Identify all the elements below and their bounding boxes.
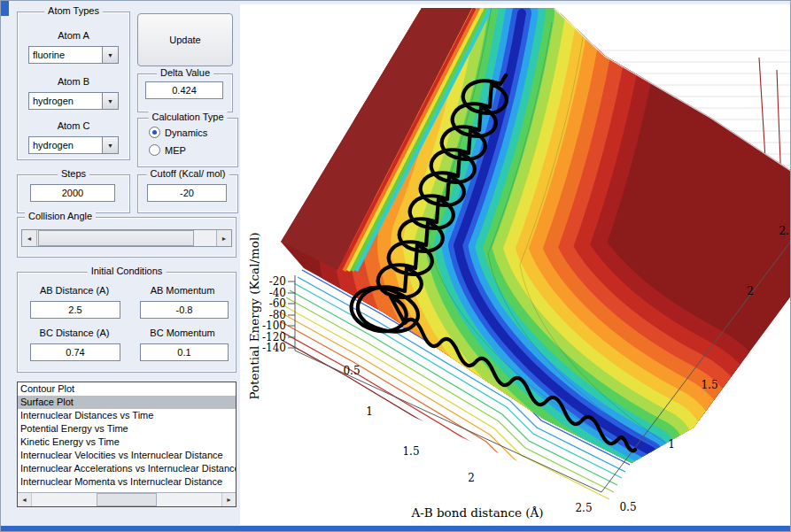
atom-a-value: fluorine xyxy=(29,50,102,60)
delta-value-input[interactable] xyxy=(145,81,223,99)
radio-selected-icon xyxy=(149,127,160,138)
app-window: Atom Types Atom A fluorine ▼ Atom B hydr… xyxy=(0,0,791,532)
x-tick: 2 xyxy=(468,472,475,484)
initial-conditions-title: Initial Conditions xyxy=(88,266,167,276)
ab-momentum-input[interactable] xyxy=(140,301,229,319)
scrollbar-right-arrow-icon[interactable]: ► xyxy=(221,493,236,506)
calculation-type-group: Calculation Type Dynamics MEP xyxy=(137,118,238,167)
atom-c-label: Atom C xyxy=(18,120,129,131)
chevron-down-icon[interactable]: ▼ xyxy=(102,93,118,109)
atom-types-group: Atom Types Atom A fluorine ▼ Atom B hydr… xyxy=(17,12,130,160)
atom-a-dropdown[interactable]: fluorine ▼ xyxy=(28,46,119,64)
x-tick: 1.5 xyxy=(402,445,419,458)
scrollbar-thumb[interactable] xyxy=(97,493,157,506)
scrollbar-track[interactable] xyxy=(32,493,221,506)
listbox-horizontal-scrollbar[interactable]: ◄ ► xyxy=(18,492,236,506)
y-tick: 0.5 xyxy=(619,501,636,513)
atom-b-label: Atom B xyxy=(18,76,129,87)
y-tick: 1 xyxy=(668,438,675,451)
slider-thumb[interactable] xyxy=(38,230,194,246)
calculation-type-title: Calculation Type xyxy=(148,112,227,122)
z-axis-label: Potential Energy (Kcal/mol) xyxy=(247,232,261,399)
initial-conditions-group: Initial Conditions AB Distance (A) AB Mo… xyxy=(17,272,237,373)
steps-group: Steps xyxy=(17,174,130,213)
y-tick: 2.5 xyxy=(779,225,791,237)
radio-dynamics-label: Dynamics xyxy=(165,127,207,138)
delta-value-group: Delta Value xyxy=(137,73,233,112)
atom-c-dropdown[interactable]: hydrogen ▼ xyxy=(28,136,119,154)
window-edge-accent-top xyxy=(1,1,9,16)
list-item[interactable]: Internuclear Accelerations vs Internucle… xyxy=(18,462,236,475)
pes-3d-plot xyxy=(240,4,791,525)
list-item-selected[interactable]: Surface Plot xyxy=(18,396,236,409)
slider-right-arrow-icon[interactable]: ► xyxy=(216,230,231,246)
slider-track[interactable] xyxy=(37,230,216,246)
list-item[interactable]: Potential Energy vs Time xyxy=(18,422,236,436)
plot-type-listbox[interactable]: Contour Plot Surface Plot Internuclear D… xyxy=(17,382,237,507)
list-item[interactable]: Internuclear Momenta vs Internuclear Dis… xyxy=(18,475,236,489)
plot-area[interactable]: -20 -40 -60 -80 -100 -120 -140 0.5 1 1.5… xyxy=(240,4,791,525)
scrollbar-left-arrow-icon[interactable]: ◄ xyxy=(18,493,32,506)
cutoff-input[interactable] xyxy=(147,184,227,202)
radio-dynamics[interactable]: Dynamics xyxy=(149,127,207,138)
radio-unselected-icon xyxy=(149,144,160,156)
ab-momentum-label: AB Momentum xyxy=(133,285,232,296)
ab-distance-input[interactable] xyxy=(30,301,120,319)
list-item[interactable]: Internuclear Velocities vs Internuclear … xyxy=(18,449,236,462)
x-tick: 1 xyxy=(366,405,373,418)
chevron-down-icon[interactable]: ▼ xyxy=(102,47,118,63)
collision-angle-title: Collision Angle xyxy=(25,211,96,221)
y-tick: 1.5 xyxy=(701,379,717,391)
slider-left-arrow-icon[interactable]: ◄ xyxy=(22,230,37,246)
steps-title: Steps xyxy=(58,168,89,179)
atom-b-value: hydrogen xyxy=(29,96,102,106)
x-tick: 2.5 xyxy=(575,502,592,514)
y-tick: 2 xyxy=(747,285,754,297)
window-edge-accent-bottom xyxy=(1,526,790,532)
collision-angle-slider[interactable]: ◄ ► xyxy=(21,229,232,247)
list-item[interactable]: Kinetic Energy vs Time xyxy=(18,436,236,449)
ab-distance-label: AB Distance (A) xyxy=(19,285,129,296)
bc-distance-input[interactable] xyxy=(30,343,120,361)
atom-types-title: Atom Types xyxy=(44,5,103,16)
atom-c-value: hydrogen xyxy=(29,140,102,150)
chevron-down-icon[interactable]: ▼ xyxy=(102,137,118,153)
list-item[interactable]: Contour Plot xyxy=(18,382,236,396)
steps-input[interactable] xyxy=(30,184,115,202)
cutoff-title: Cutoff (Kcal/ mol) xyxy=(147,168,229,179)
x-axis-label: A-B bond distance (Å) xyxy=(411,505,543,520)
list-item[interactable]: Internuclear Distances vs Time xyxy=(18,409,236,422)
bc-distance-label: BC Distance (A) xyxy=(19,328,129,338)
radio-mep[interactable]: MEP xyxy=(149,144,186,156)
radio-mep-label: MEP xyxy=(165,145,186,156)
bc-momentum-input[interactable] xyxy=(140,343,229,361)
cutoff-group: Cutoff (Kcal/ mol) xyxy=(137,174,238,213)
update-button[interactable]: Update xyxy=(137,13,233,66)
bc-momentum-label: BC Momentum xyxy=(133,328,232,338)
collision-angle-group: Collision Angle ◄ ► xyxy=(17,217,237,258)
pes-surface xyxy=(240,4,791,525)
atom-a-label: Atom A xyxy=(18,30,129,41)
delta-value-title: Delta Value xyxy=(157,67,213,78)
atom-b-dropdown[interactable]: hydrogen ▼ xyxy=(28,92,119,110)
x-tick: 0.5 xyxy=(343,365,360,377)
